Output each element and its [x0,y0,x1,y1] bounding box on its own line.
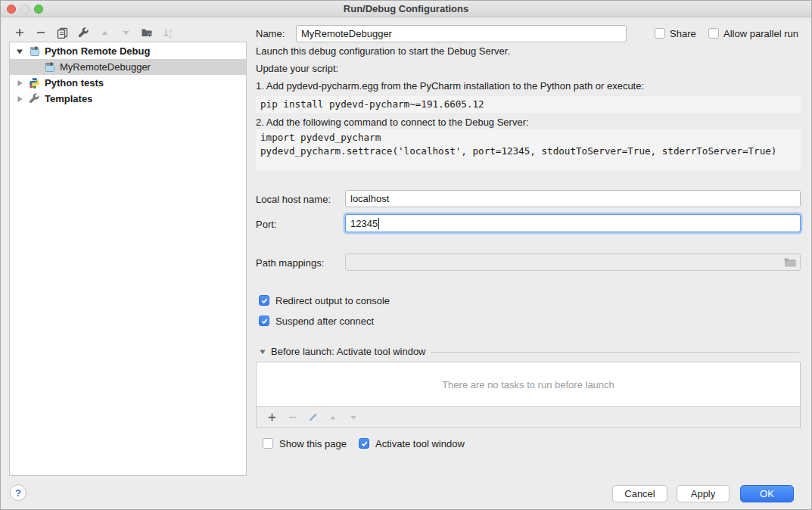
before-launch-toolbar [256,407,801,428]
edit-defaults-wrench-icon[interactable] [77,26,89,39]
move-up-icon [98,26,110,39]
allow-parallel-run-checkbox[interactable] [708,28,719,39]
update-script-text: Update your script: [256,63,338,75]
zoom-window-button[interactable] [34,5,43,14]
settrace-code: import pydevd_pycharmpydevd_pycharm.sett… [256,129,801,170]
tree-item-templates[interactable]: Templates [10,91,246,107]
expanded-chevron-icon[interactable] [15,47,24,56]
local-host-label: Local host name: [256,194,331,206]
pip-install-code: pip install pydevd-pycharm~=191.6605.12 [256,96,801,113]
collapsed-chevron-icon[interactable] [15,79,24,88]
share-checkbox[interactable] [655,28,665,39]
port-value: 12345 [350,218,378,229]
browse-folder-icon[interactable] [784,257,796,270]
configuration-editor: Name: Share Allow parallel run Launch th… [256,1,801,510]
svg-text:a: a [169,27,172,33]
help-question-mark: ? [15,487,21,499]
remove-configuration-icon[interactable] [35,26,47,39]
path-mappings-input[interactable] [345,253,801,271]
name-input[interactable] [296,25,627,42]
tree-item-python-tests[interactable]: Python tests [10,75,246,91]
copy-configuration-icon[interactable] [56,26,68,39]
sort-alphabetically-icon: az [162,26,174,39]
section-divider [431,352,799,353]
cancel-button[interactable]: Cancel [612,485,667,502]
text-caret [378,218,379,229]
add-task-icon[interactable] [266,412,278,424]
minimize-window-button [20,5,30,14]
configurations-tree: Python Remote Debug MyRemoteDebugger Pyt… [9,42,247,476]
suspend-after-connect-checkbox[interactable] [259,316,269,326]
tree-item-myremotedebugger[interactable]: MyRemoteDebugger [10,59,246,75]
port-label: Port: [256,219,276,231]
before-launch-title: Before launch: Activate tool window [271,346,426,357]
show-this-page-label: Show this page [279,438,347,450]
redirect-output-checkbox[interactable] [259,295,269,306]
tree-item-label: MyRemoteDebugger [60,61,151,73]
new-folder-icon[interactable] [141,26,153,39]
python-tests-icon [29,77,41,89]
move-down-icon [120,26,132,39]
allow-parallel-run-label: Allow parallel run [723,28,798,40]
ok-button[interactable]: OK [740,485,794,502]
port-input[interactable]: 12345 [345,214,801,232]
activate-tool-window-label: Activate tool window [375,438,465,450]
apply-button[interactable]: Apply [677,485,730,502]
suspend-after-connect-label: Suspend after connect [275,316,374,328]
help-button[interactable]: ? [10,484,26,501]
tree-item-label: Python Remote Debug [45,45,150,57]
empty-tasks-message: There are no tasks to run before launch [442,379,614,390]
tree-item-label: Templates [45,93,92,104]
run-debug-configurations-dialog: Run/Debug Configurations az [0,0,812,510]
remote-debug-config-icon [44,61,56,73]
templates-wrench-icon [29,93,41,105]
activate-tool-window-checkbox[interactable] [359,438,369,449]
edit-task-pencil-icon [306,412,319,424]
svg-text:z: z [169,33,171,39]
expanded-chevron-icon[interactable] [259,348,266,356]
intro-text: Launch this debug configuration to start… [256,45,510,58]
configurations-toolbar: az [9,24,247,41]
before-launch-header[interactable]: Before launch: Activate tool window [259,346,799,357]
tree-item-python-remote-debug[interactable]: Python Remote Debug [10,43,246,59]
remove-task-icon [286,412,298,424]
path-mappings-label: Path mappings: [256,257,324,269]
step2-text: 2. Add the following command to connect … [256,117,529,129]
show-this-page-checkbox[interactable] [263,438,273,449]
move-task-down-icon [347,412,359,424]
before-launch-task-list[interactable]: There are no tasks to run before launch [256,362,801,407]
step1-text: 1. Add pydevd-pycharm.egg from the PyCha… [256,80,644,92]
share-label: Share [670,28,696,40]
tree-item-label: Python tests [45,77,104,89]
close-window-button[interactable] [7,5,16,14]
remote-debug-config-icon [29,45,41,58]
redirect-output-label: Redirect output to console [275,295,390,307]
collapsed-chevron-icon[interactable] [15,95,24,104]
local-host-input[interactable] [345,190,801,207]
move-task-up-icon [327,412,339,424]
name-label: Name: [256,28,285,40]
add-configuration-icon[interactable] [14,26,26,39]
